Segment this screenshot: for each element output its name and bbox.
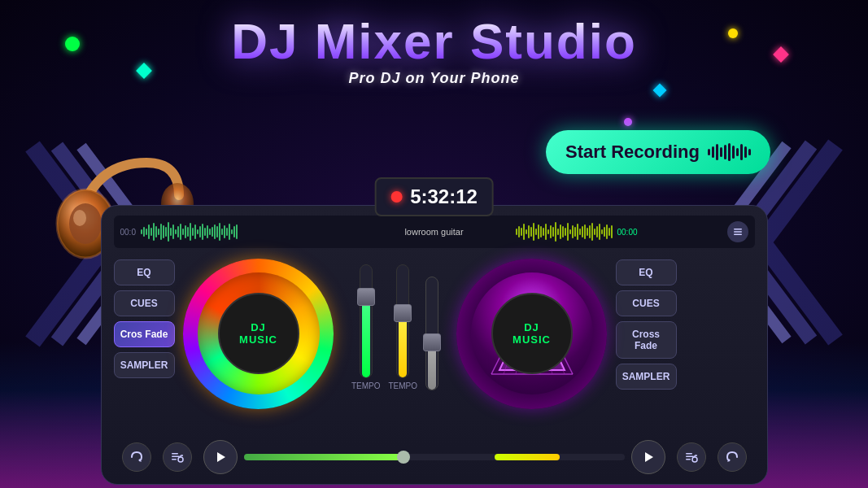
wf-time-right: 00:00 <box>617 228 638 237</box>
right-cues-button[interactable]: CUES <box>616 290 677 316</box>
fader-1-label: TEMPO <box>351 381 381 390</box>
svg-point-31 <box>692 457 697 462</box>
progress-bar[interactable] <box>244 454 625 460</box>
svg-rect-20 <box>172 453 178 455</box>
app-title: DJ Mixer Studio <box>231 16 637 67</box>
right-turntable-label: DJMUSIC <box>513 321 551 346</box>
right-turntable-container: DJMUSIC <box>455 256 609 411</box>
fader-3[interactable] <box>425 277 438 390</box>
dj-panel: 00:0 lowroom guitar 00:00 <box>101 205 768 485</box>
waveform-area: 00:0 lowroom guitar 00:00 <box>114 216 755 248</box>
svg-rect-30 <box>686 459 691 460</box>
left-eq-button[interactable]: EQ <box>114 259 175 285</box>
wave-bars-right <box>516 220 613 243</box>
transport-row <box>114 435 755 476</box>
svg-point-23 <box>178 457 183 462</box>
fader-2[interactable] <box>396 264 409 378</box>
svg-rect-7 <box>734 231 742 233</box>
app-subtitle: Pro DJ on Your Phone <box>231 70 637 87</box>
right-eq-button[interactable]: EQ <box>616 259 677 285</box>
floating-dot-yellow <box>728 28 738 38</box>
left-transport-controls <box>122 440 238 474</box>
title-section: DJ Mixer Studio Pro DJ on Your Phone <box>231 16 637 87</box>
mixer-center: TEMPO TEMPO <box>342 256 448 435</box>
right-sampler-button[interactable]: SAMPLER <box>616 364 677 390</box>
svg-marker-26 <box>217 452 225 462</box>
left-turntable-inner: DJMUSIC <box>218 293 299 374</box>
svg-rect-21 <box>172 456 180 458</box>
floating-dot-teal <box>136 63 152 79</box>
floating-dot-green <box>65 37 80 51</box>
right-turntable-inner: DJMUSIC <box>491 293 573 374</box>
right-playlist-button[interactable] <box>677 442 706 472</box>
svg-rect-6 <box>734 229 742 230</box>
start-recording-button[interactable]: Start Recording <box>546 130 770 174</box>
right-transport-controls <box>631 440 747 474</box>
faders-row: TEMPO TEMPO <box>351 260 438 390</box>
floating-diamond-blue <box>653 84 667 98</box>
progress-yellow-segment <box>495 454 560 460</box>
right-side-controls: EQ CUES Cross Fade SAMPLER <box>616 256 677 435</box>
waveform-menu-button[interactable] <box>727 221 748 242</box>
svg-marker-27 <box>645 452 653 462</box>
wave-bars-left <box>141 220 238 243</box>
right-turntable[interactable]: DJMUSIC <box>456 259 607 409</box>
waveform-icon <box>708 143 751 161</box>
floating-dot-pink <box>773 46 789 63</box>
left-crossfade-button[interactable]: Cros Fade <box>114 321 175 347</box>
fader-2-label: TEMPO <box>389 381 418 390</box>
left-sampler-button[interactable]: SAMPLER <box>114 352 175 378</box>
left-turntable-container: DJMUSIC <box>181 256 336 411</box>
svg-rect-29 <box>686 456 694 458</box>
waveform-left: 00:0 <box>120 220 353 244</box>
right-crossfade-button[interactable]: Cross Fade <box>616 321 677 359</box>
progress-thumb[interactable] <box>397 451 410 464</box>
left-cues-button[interactable]: CUES <box>114 290 175 316</box>
fader-1[interactable] <box>360 264 373 378</box>
track-name: lowroom guitar <box>404 227 463 237</box>
floating-dot-purple <box>624 118 632 126</box>
left-side-controls: EQ CUES Cros Fade SAMPLER <box>114 256 175 435</box>
timer-display: 5:32:12 <box>374 177 494 216</box>
left-turntable-label: DJMUSIC <box>239 321 277 346</box>
left-playlist-button[interactable] <box>163 442 192 472</box>
controls-row: EQ CUES Cros Fade SAMPLER DJMUSIC <box>114 256 755 435</box>
wf-time-left: 00:0 <box>120 228 136 237</box>
svg-rect-8 <box>734 234 742 236</box>
right-loop-button[interactable] <box>718 442 747 472</box>
progress-fill <box>244 454 404 460</box>
waveform-center-info: lowroom guitar <box>353 227 516 237</box>
svg-point-3 <box>73 210 86 226</box>
left-loop-button[interactable] <box>122 442 151 472</box>
svg-rect-22 <box>172 459 177 460</box>
left-play-button[interactable] <box>203 440 238 474</box>
left-turntable[interactable]: DJMUSIC <box>183 259 334 409</box>
waveform-right: 00:00 <box>516 220 748 244</box>
svg-rect-28 <box>686 453 692 455</box>
svg-point-2 <box>69 203 102 244</box>
right-play-button[interactable] <box>631 440 665 474</box>
recording-indicator <box>390 191 402 203</box>
timer-text: 5:32:12 <box>410 185 478 208</box>
